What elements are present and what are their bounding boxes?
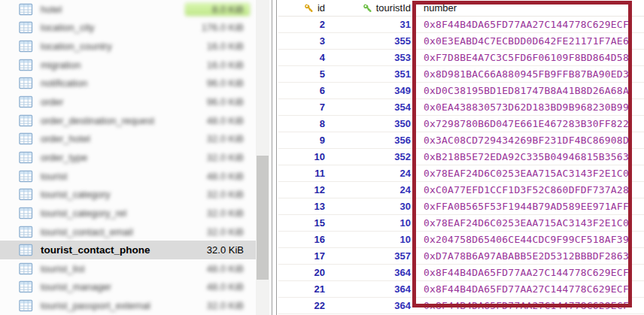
cell-touristId[interactable]: 24 (331, 165, 415, 181)
cell-number[interactable]: 0x8F44B4DA65FD77AA27C144778C629ECF (415, 281, 644, 297)
cell-touristId[interactable]: 357 (331, 248, 415, 264)
cell-id[interactable]: 6 (278, 83, 331, 98)
cell-id[interactable]: 7 (278, 99, 331, 115)
table-list-item[interactable]: tourist_list 48.0 KiB (0, 259, 256, 278)
cell-number[interactable]: 0x7298780B6D047E661E467283B30FF822 (415, 116, 644, 132)
table-list-item[interactable]: location_country 16.0 KiB (0, 37, 256, 56)
table-list-item[interactable]: order 96.0 KiB (0, 92, 256, 111)
cell-touristId[interactable]: 364 (331, 281, 415, 297)
table-list-item[interactable]: tourist_category 32.0 KiB (0, 185, 256, 204)
table-size: 32.0 KiB (201, 244, 250, 256)
cell-id[interactable]: 22 (278, 298, 331, 313)
table-list-item[interactable]: order_hotel 32.0 KiB (0, 129, 256, 148)
cell-number[interactable]: 0x204758D65406CE44CDC9F99CF518AF39 (415, 232, 644, 247)
table-size-badge: 48.0 KiB (201, 170, 250, 183)
cell-touristId[interactable]: 10 (331, 232, 415, 247)
cell-number[interactable]: 0x8F44B4DA65FD77AA27C144778C629ECF (415, 17, 644, 32)
grid-row: 8 350 0x7298780B6D047E661E467283B30FF822 (278, 116, 644, 132)
column-header-id[interactable]: id (278, 0, 331, 16)
table-list-item[interactable]: tourist_contact_email 32.0 KiB (0, 223, 256, 241)
cell-touristId[interactable]: 364 (331, 265, 415, 280)
table-size-badge: 32.0 KiB (201, 132, 250, 145)
table-name: tourist (41, 171, 67, 182)
cell-touristId[interactable]: 354 (331, 99, 415, 115)
table-icon (19, 132, 33, 145)
table-list-item[interactable]: notification 96.0 KiB (0, 74, 256, 93)
table-size: 16.0 KiB (201, 59, 250, 71)
cell-touristId[interactable]: 356 (331, 132, 415, 148)
cell-number[interactable]: 0xB218B5E72EDA92C335B04946815B3563 (415, 149, 644, 165)
panel-splitter[interactable] (269, 0, 278, 315)
table-list-item[interactable]: tourist_contact_phone 32.0 KiB (0, 241, 256, 259)
database-browser-window: hotel 8.0 KiB loc (0, 0, 644, 315)
cell-number[interactable]: 0x8F44B4DA65FD77AA27C144778C629ECF (415, 265, 644, 280)
cell-id[interactable]: 16 (278, 232, 331, 247)
cell-touristId[interactable]: 352 (331, 149, 415, 165)
cell-touristId[interactable]: 353 (331, 50, 415, 65)
table-icon (19, 21, 33, 34)
grid-row: 4 353 0xF7D8BE4A7C3C5FD6F06109F8BD864D58 (278, 50, 644, 66)
table-list-item[interactable]: migration 16.0 KiB (0, 56, 256, 74)
cell-id[interactable]: 4 (278, 50, 331, 65)
cell-id[interactable]: 8 (278, 116, 331, 132)
cell-number[interactable]: 0x78EAF24D6C0253EAA715AC3143F2E1C0 (415, 215, 644, 231)
column-header-number[interactable]: number (415, 0, 644, 16)
table-list-item[interactable]: tourist 48.0 KiB (0, 167, 256, 186)
table-list-item[interactable]: order_destination_request 48.0 KiB (0, 111, 256, 130)
scrollbar-thumb[interactable] (257, 156, 269, 280)
cell-number[interactable]: 0x78EAF24D6C0253EAA715AC3143F2E1C0 (415, 165, 644, 181)
cell-number[interactable]: 0x0EA438830573D62D183BD9B968230B99 (415, 99, 644, 115)
cell-number[interactable]: 0xD7A78B6A97ABABB5E2D5312BBBDF2863 (415, 248, 644, 264)
cell-number[interactable]: 0x0E3EABD4C7ECBDD0D642FE21171F7AE6 (415, 33, 644, 49)
cell-touristId[interactable]: 31 (331, 17, 415, 32)
cell-id[interactable]: 13 (278, 198, 331, 214)
table-name: tourist_contact_phone (41, 244, 150, 256)
table-list-scrollbar[interactable] (256, 0, 269, 315)
table-size-badge: 32.0 KiB (201, 207, 250, 220)
cell-touristId[interactable]: 350 (331, 116, 415, 132)
cell-id[interactable]: 12 (278, 182, 331, 198)
table-list-item[interactable]: tourist_category_rel 32.0 KiB (0, 204, 256, 223)
table-list-item[interactable]: hotel 8.0 KiB (0, 0, 256, 19)
table-list-item[interactable]: tourist_manager 48.0 KiB (0, 278, 256, 297)
table-list-panel: hotel 8.0 KiB loc (0, 0, 269, 315)
cell-number[interactable]: 0xD0C38195BD1ED81747B8A41B8D26A68A (415, 83, 644, 98)
table-list-item[interactable]: order_type 32.0 KiB (0, 148, 256, 167)
splitter-line (276, 0, 277, 315)
table-size-badge: 16.0 KiB (201, 40, 250, 53)
cell-touristId[interactable]: 355 (331, 33, 415, 49)
table-icon (19, 151, 33, 164)
table-size: 32.0 KiB (201, 299, 250, 312)
table-name: tourist_list (41, 263, 85, 274)
cell-number[interactable]: 0xFFA0B565F53F1944B79AD589EE971AFF (415, 198, 644, 214)
cell-touristId[interactable]: 30 (331, 198, 415, 214)
cell-touristId[interactable]: 349 (331, 83, 415, 98)
cell-id[interactable]: 2 (278, 17, 331, 32)
table-list-item[interactable]: location_city 176.0 KiB (0, 19, 256, 38)
column-header-touristId[interactable]: touristId (331, 0, 415, 16)
cell-number[interactable]: 0xF7D8BE4A7C3C5FD6F06109F8BD864D58 (415, 50, 644, 65)
table-size-badge: 32.0 KiB (201, 299, 250, 312)
cell-id[interactable]: 10 (278, 149, 331, 165)
cell-id[interactable]: 20 (278, 265, 331, 280)
cell-number[interactable]: 0xC0A77EFD1CCF1D3F52C860DFDF737A28 (415, 182, 644, 198)
cell-touristId[interactable]: 24 (331, 182, 415, 198)
cell-touristId[interactable]: 10 (331, 215, 415, 231)
cell-id[interactable]: 17 (278, 248, 331, 264)
table-name: order_type (41, 152, 87, 163)
cell-id[interactable]: 11 (278, 165, 331, 181)
cell-id[interactable]: 5 (278, 66, 331, 82)
table-name: order (41, 96, 63, 108)
cell-id[interactable]: 3 (278, 33, 331, 49)
cell-number[interactable]: 0x8D981BAC66A880945FB9FFB87BA90ED3 (415, 66, 644, 82)
cell-number[interactable]: 0x8F44B4DA65FD77AA27C144778C629ECF (415, 298, 644, 313)
table-list-item[interactable]: tourist_passport_external 32.0 KiB (0, 296, 256, 315)
cell-id[interactable]: 21 (278, 281, 331, 297)
table-size: 32.0 KiB (201, 226, 250, 238)
cell-number[interactable]: 0x3AC08CD729434269BF231DF4BC86908D (415, 132, 644, 148)
cell-id[interactable]: 9 (278, 132, 331, 148)
cell-id[interactable]: 15 (278, 215, 331, 231)
cell-touristId[interactable]: 364 (331, 298, 415, 313)
data-grid: id touristId number 2 31 0x8F44B4D (278, 0, 644, 315)
cell-touristId[interactable]: 351 (331, 66, 415, 82)
